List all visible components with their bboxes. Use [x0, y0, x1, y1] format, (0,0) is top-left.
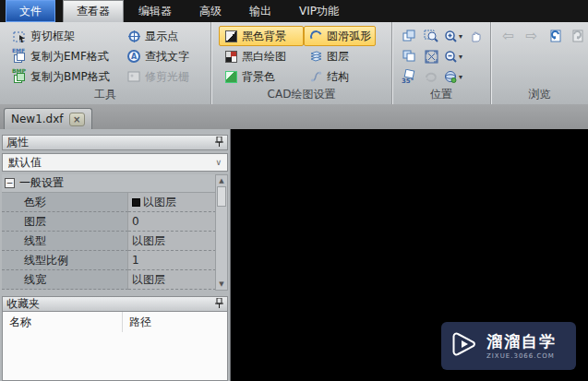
bmp-icon: BMP	[12, 69, 27, 84]
properties-title: 属性	[6, 135, 29, 150]
favorites-name-column[interactable]: 名称	[3, 312, 123, 332]
preset-value: 默认值	[8, 155, 42, 171]
document-tabbar: New1.dxf ×	[0, 104, 588, 129]
tab-new1-dxf[interactable]: New1.dxf ×	[4, 108, 92, 129]
back-arrow-icon: ⇦	[502, 30, 514, 43]
browse-group-label: 浏览	[491, 87, 588, 102]
menu-file[interactable]: 文件	[6, 0, 55, 22]
property-row-layer[interactable]: 图层 0	[2, 212, 216, 232]
menu-editor[interactable]: 编辑器	[126, 0, 185, 22]
forward-arrow-icon: ⇨	[526, 30, 538, 43]
property-row-lineweight[interactable]: 线宽 以图层	[2, 270, 216, 290]
properties-scrollbar[interactable]: ▲ ▼	[215, 174, 228, 291]
bring-forward-button[interactable]	[398, 27, 420, 45]
chevron-down-icon: ∨	[215, 158, 222, 167]
ribbon-group-tools: 剪切框架 EMF 复制为EMF格式 BMP	[0, 22, 210, 104]
properties-grid: − 一般设置 色彩 以图层 图层 0 线型 以图层 线型比例 1	[2, 174, 228, 291]
svg-text:35°: 35°	[402, 77, 414, 85]
drawing-canvas[interactable]: 溜溜自学 ZIXUE.3066.COM	[231, 129, 588, 381]
watermark-title: 溜溜自学	[486, 332, 557, 351]
favorites-path-column[interactable]: 路径	[123, 315, 151, 330]
ribbon-group-position: ▾ ▾	[391, 22, 490, 104]
preset-dropdown[interactable]: 默认值 ∨	[2, 153, 228, 172]
structure-button[interactable]: 结构	[304, 66, 376, 87]
black-background-icon	[223, 29, 238, 43]
show-points-button[interactable]: 显示点	[122, 26, 194, 46]
previous-view-button[interactable]	[546, 27, 565, 45]
rotate-angle-button[interactable]: 35°	[398, 67, 420, 86]
find-text-icon: A	[126, 49, 141, 64]
menubar: 文件 查看器 编辑器 高级 输出 VIP功能	[0, 0, 588, 22]
menu-viewer[interactable]: 查看器	[63, 0, 124, 22]
property-row-linetype-scale[interactable]: 线型比例 1	[2, 251, 216, 270]
scroll-down-icon[interactable]: ▼	[219, 279, 223, 290]
structure-icon	[308, 69, 323, 84]
forward-button: ⇨	[522, 27, 541, 45]
zoom-out-button[interactable]: ▾	[442, 47, 464, 65]
cut-frame-icon	[12, 29, 27, 43]
main-area: 属性 默认值 ∨ − 一般设置 色彩 以图层 图层	[0, 129, 588, 381]
ribbon: 剪切框架 EMF 复制为EMF格式 BMP	[0, 22, 588, 104]
ribbon-group-cad-settings: 黑色背景 黑白绘图 背景色 圆滑弧形	[210, 22, 391, 104]
menu-advanced[interactable]: 高级	[186, 0, 234, 22]
watermark: 溜溜自学 ZIXUE.3066.COM	[441, 322, 576, 370]
favorites-pin-icon[interactable]	[215, 298, 223, 311]
layers-button[interactable]: 图层	[304, 46, 376, 66]
menu-output[interactable]: 输出	[236, 0, 284, 22]
copy-bmp-button[interactable]: BMP 复制为BMP格式	[7, 66, 122, 87]
tab-close-button[interactable]: ×	[69, 113, 85, 126]
orbit-3d-button[interactable]: ▾	[442, 67, 464, 86]
copy-emf-button[interactable]: EMF 复制为EMF格式	[7, 46, 122, 66]
left-panel: 属性 默认值 ∨ − 一般设置 色彩 以图层 图层	[0, 129, 231, 381]
ribbon-group-browse: ⇦ ⇨ 浏览	[490, 22, 588, 104]
watermark-subtitle: ZIXUE.3066.COM	[486, 352, 557, 360]
pin-icon[interactable]	[215, 137, 223, 149]
trim-raster-icon	[126, 69, 141, 84]
position-group-label: 位置	[392, 87, 490, 102]
zoom-window-button[interactable]	[420, 27, 442, 45]
layers-icon	[308, 49, 323, 64]
color-swatch	[132, 198, 140, 207]
bw-drawing-button[interactable]: 黑白绘图	[219, 46, 304, 66]
zoom-extents-button[interactable]	[420, 47, 442, 65]
trim-raster-button: 修剪光栅	[122, 66, 194, 87]
watermark-play-icon	[450, 330, 478, 362]
scroll-up-icon[interactable]: ▲	[219, 175, 223, 186]
background-color-button[interactable]: 背景色	[219, 66, 304, 87]
group-label: 一般设置	[19, 175, 64, 191]
general-settings-group[interactable]: − 一般设置	[2, 174, 216, 193]
smooth-arc-icon	[308, 29, 323, 43]
rotate-disabled-button	[420, 67, 442, 86]
collapse-icon[interactable]: −	[5, 178, 15, 188]
bw-drawing-icon	[223, 49, 238, 64]
orbit-dropdown-icon[interactable]: ▾	[459, 73, 462, 81]
favorites-title: 收藏夹	[6, 296, 40, 312]
favorites-header: 收藏夹	[2, 296, 228, 312]
property-row-color[interactable]: 色彩 以图层	[2, 193, 216, 212]
smooth-arc-toggle[interactable]: 圆滑弧形	[304, 26, 376, 46]
show-points-icon	[126, 29, 141, 43]
property-row-linetype[interactable]: 线型 以图层	[2, 232, 216, 251]
zoom-in-dropdown-icon[interactable]: ▾	[459, 32, 462, 41]
back-button: ⇦	[498, 27, 518, 45]
tools-group-label: 工具	[0, 87, 210, 102]
pan-button[interactable]	[464, 27, 486, 45]
emf-icon: EMF	[12, 49, 27, 64]
menu-vip[interactable]: VIP功能	[286, 0, 352, 22]
favorites-columns: 名称 路径	[3, 312, 227, 332]
send-backward-button[interactable]	[398, 47, 420, 65]
find-text-button[interactable]: A 查找文字	[122, 46, 194, 66]
black-background-toggle[interactable]: 黑色背景	[219, 26, 304, 46]
cad-group-label: CAD绘图设置	[211, 87, 391, 102]
background-color-icon	[223, 69, 238, 84]
zoom-in-button[interactable]: ▾	[442, 27, 464, 45]
cut-frame-button[interactable]: 剪切框架	[7, 26, 122, 46]
scroll-thumb[interactable]	[217, 186, 226, 207]
next-view-button	[569, 27, 588, 45]
tab-label: New1.dxf	[11, 113, 64, 125]
properties-header: 属性	[2, 135, 228, 150]
app-window: 文件 查看器 编辑器 高级 输出 VIP功能 剪切框架 EM	[0, 0, 588, 381]
zoom-out-dropdown-icon[interactable]: ▾	[459, 53, 462, 61]
favorites-list: 名称 路径	[2, 312, 228, 381]
